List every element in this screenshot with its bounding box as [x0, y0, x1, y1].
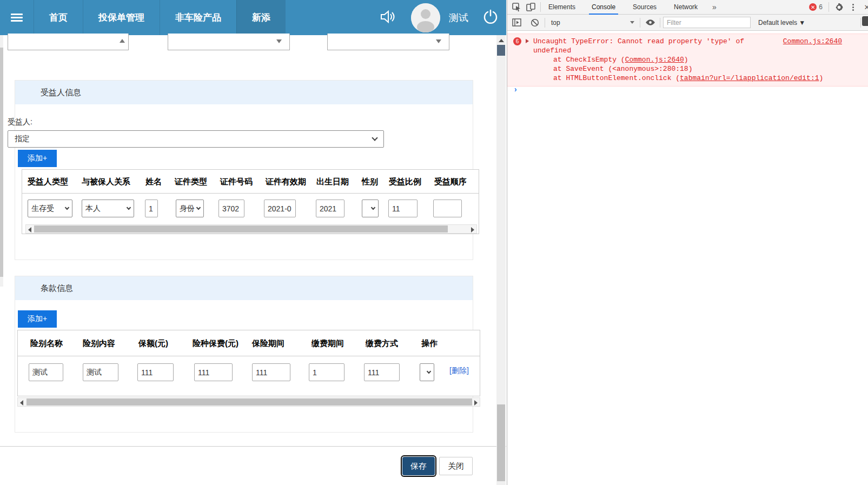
clipped-toolbar-icon[interactable] — [862, 16, 868, 26]
cell-value: 生存受 — [31, 204, 54, 214]
terms-section-header: 条款信息 — [15, 276, 473, 300]
error-count: 6 — [819, 3, 823, 11]
speaker-icon[interactable] — [380, 9, 396, 26]
beneficiary-hscrollbar[interactable] — [25, 224, 477, 234]
relation-select[interactable]: 本人 — [82, 200, 134, 217]
birth-date-input[interactable] — [316, 200, 344, 217]
insured-amount-input[interactable] — [137, 363, 174, 381]
username-label: 测试 — [449, 11, 468, 24]
payment-period-input[interactable] — [309, 363, 344, 381]
nav-item-nonauto-products[interactable]: 非车险产品 — [160, 0, 236, 35]
clear-console-icon[interactable] — [528, 16, 542, 29]
id-type-select[interactable]: 身份 — [176, 200, 204, 217]
scroll-right-arrow-icon[interactable] — [474, 400, 478, 406]
toolbar-separator — [660, 18, 660, 28]
app-vertical-scrollbar[interactable] — [496, 35, 506, 485]
tab-sources[interactable]: Sources — [628, 0, 661, 15]
toolbar-separator — [829, 2, 829, 12]
error-source-link[interactable]: Common.js:2640 — [783, 37, 842, 46]
close-devtools-icon[interactable]: ✕ — [860, 1, 868, 14]
beneficiary-field-label: 受益人: — [8, 117, 32, 127]
scrollbar-thumb[interactable] — [497, 404, 505, 481]
cutoff-select-1[interactable] — [8, 34, 129, 50]
inner-scrollbar-thumb[interactable] — [0, 48, 3, 277]
console-sidebar-toggle-icon[interactable] — [509, 16, 524, 29]
toolbar-separator — [545, 18, 545, 28]
stack-text: ) — [819, 74, 824, 82]
chevron-down-icon — [427, 369, 431, 374]
beneficiary-table-row: 生存受 本人 身份 — [22, 194, 479, 224]
dropdown-arrow-icon — [436, 39, 441, 43]
hscrollbar-thumb[interactable] — [34, 225, 448, 232]
name-input[interactable] — [145, 200, 158, 217]
terms-add-button[interactable]: 添加+ — [18, 310, 57, 328]
nav-item-home[interactable]: 首页 — [34, 0, 83, 35]
avatar[interactable] — [411, 3, 440, 32]
gender-select[interactable] — [362, 200, 379, 217]
close-button[interactable]: 关闭 — [439, 457, 473, 475]
beneficiary-type-cell-select[interactable]: 生存受 — [28, 200, 72, 217]
scroll-left-arrow-icon[interactable] — [28, 227, 31, 232]
stack-link[interactable]: tabmain?url=/liapplication/edit:1 — [680, 74, 819, 82]
log-levels-select[interactable]: Default levels ▼ — [758, 19, 805, 26]
scroll-up-arrow-icon[interactable] — [499, 39, 504, 42]
scrollbar-thumb-dark[interactable] — [497, 45, 505, 56]
col-header: 证件有效期 — [266, 177, 306, 187]
gear-icon[interactable] — [832, 1, 846, 14]
tab-network[interactable]: Network — [669, 0, 703, 15]
chevron-down-icon — [196, 205, 201, 210]
cutoff-select-2[interactable] — [168, 34, 290, 50]
frame-context-select[interactable]: top — [548, 19, 634, 26]
device-toolbar-icon[interactable] — [524, 1, 538, 14]
scroll-right-arrow-icon[interactable] — [471, 227, 474, 232]
error-count-badge[interactable]: ✕ 6 — [809, 3, 823, 11]
terms-hscrollbar[interactable] — [17, 397, 480, 407]
chevron-down-icon — [371, 205, 375, 210]
duplicate-count-badge: 6 — [513, 37, 521, 45]
scroll-left-arrow-icon[interactable] — [20, 400, 23, 406]
id-validity-input[interactable] — [264, 200, 296, 217]
kebab-menu-icon[interactable] — [846, 1, 860, 14]
nav-item-new-add[interactable]: 新添 — [236, 0, 286, 35]
beneficiary-add-button[interactable]: 添加+ — [18, 150, 57, 167]
premium-input[interactable] — [194, 363, 233, 381]
expand-triangle-icon[interactable] — [526, 39, 529, 43]
footer-divider — [0, 446, 506, 447]
delete-row-link[interactable]: [删除] — [449, 366, 469, 376]
stack-text: at HTMLButtonElement.onclick ( — [553, 74, 680, 82]
risk-name-input[interactable] — [29, 363, 63, 381]
payment-method-select[interactable] — [420, 363, 434, 381]
stack-link[interactable]: Common.js:2640 — [625, 56, 684, 64]
chevron-down-icon — [372, 135, 377, 141]
nav-item-policy-mgmt[interactable]: 投保单管理 — [83, 0, 160, 35]
terms-table-row: [删除] — [18, 356, 480, 397]
col-header: 出生日期 — [316, 177, 349, 187]
benefit-ratio-input[interactable] — [388, 200, 418, 217]
devtools-main-toolbar: Elements Console Sources Network » ✕ 6 ✕ — [507, 0, 868, 15]
inspect-element-icon[interactable] — [509, 1, 524, 14]
tab-console[interactable]: Console — [587, 0, 620, 15]
id-number-input[interactable] — [218, 200, 244, 217]
beneficiary-type-select[interactable]: 指定 — [8, 130, 384, 148]
console-filter-input[interactable] — [663, 17, 751, 28]
power-icon[interactable] — [482, 9, 499, 27]
col-header: 受益比例 — [389, 177, 421, 187]
console-prompt-chevron[interactable]: › — [513, 85, 518, 94]
eye-icon[interactable] — [643, 16, 657, 29]
console-error-entry[interactable]: 6 Uncaught TypeError: Cannot read proper… — [507, 34, 868, 87]
tab-elements[interactable]: Elements — [544, 0, 580, 15]
payment-method-input[interactable] — [364, 363, 400, 381]
hscrollbar-thumb[interactable] — [26, 398, 472, 406]
stack-text: at SaveEvent (<anonymous>:280:18) — [553, 65, 692, 73]
cutoff-select-3[interactable] — [327, 34, 449, 50]
dropdown-arrow-icon — [276, 39, 282, 43]
risk-content-input[interactable] — [83, 363, 118, 381]
save-button[interactable]: 保存 — [402, 457, 435, 475]
benefit-order-input[interactable] — [433, 200, 462, 217]
insurance-period-input[interactable] — [252, 363, 290, 381]
menu-toggle-button[interactable] — [0, 0, 34, 35]
col-header: 受益顺序 — [434, 177, 467, 187]
hamburger-icon — [11, 12, 23, 23]
inner-vertical-scrollbar[interactable] — [0, 35, 3, 287]
more-tabs-button[interactable]: » — [708, 3, 721, 11]
